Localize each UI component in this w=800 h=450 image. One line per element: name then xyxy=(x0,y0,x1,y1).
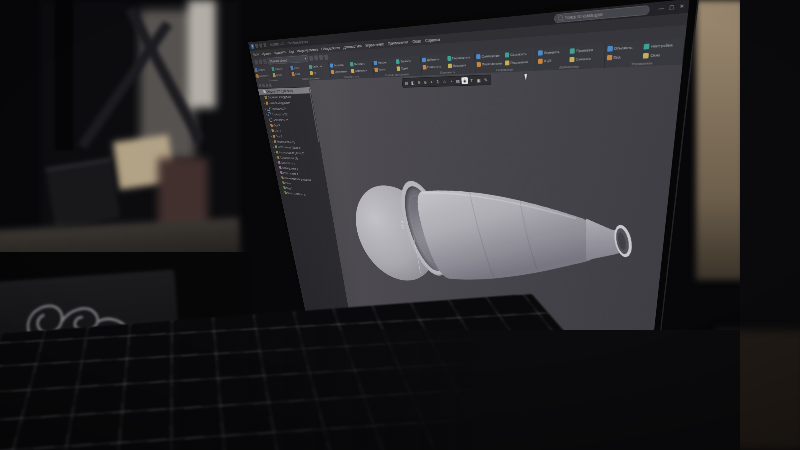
menu-item[interactable]: Моделирование xyxy=(296,47,318,53)
ribbon-icon xyxy=(423,65,427,70)
tree-collapse-icon[interactable] xyxy=(262,84,265,87)
ribbon-icon xyxy=(397,66,401,71)
app-logo-icon: K xyxy=(250,44,254,49)
ribbon-icon xyxy=(447,56,451,61)
save-doc-icon[interactable] xyxy=(263,43,266,47)
ribbon-icon xyxy=(607,54,613,60)
ribbon-icon xyxy=(505,60,509,65)
ribbon-panel: Массив Зеркало Копия Сдвиг Массив, копир… xyxy=(372,56,422,78)
ribbon-icon xyxy=(476,54,480,59)
view-toolbar: ▤◧⊕⊖+↻⌂◔▦◈T▣✎ xyxy=(402,74,492,87)
menu-item[interactable]: Правка xyxy=(262,51,271,56)
ribbon-icon xyxy=(538,58,543,63)
menu-item[interactable]: Вид xyxy=(288,49,294,54)
tree-settings-icon[interactable] xyxy=(269,84,272,87)
ribbon-icon xyxy=(505,52,509,57)
view-tool-icon[interactable]: ▣ xyxy=(475,77,482,84)
part-nacelle-body[interactable] xyxy=(404,144,650,296)
ribbon-panel: Создать Открыть Сохранить Печать Системн… xyxy=(253,64,292,83)
ribbon-icon xyxy=(644,43,650,49)
undo-icon[interactable] xyxy=(254,60,258,65)
ribbon-panel: Обновить Настройка Вид Окно Управление xyxy=(604,38,685,67)
ribbon-icon xyxy=(607,46,613,52)
minimize-button[interactable]: — xyxy=(658,5,664,12)
ribbon-icon xyxy=(538,50,543,55)
ribbon-panel: Измерить Проверка МЦХ Сечение Диагностик… xyxy=(536,44,606,71)
view-tool-icon[interactable]: ▦ xyxy=(455,77,462,84)
refresh-icon[interactable] xyxy=(263,59,267,64)
view-tool-icon[interactable]: ↻ xyxy=(435,78,442,85)
menu-item[interactable]: Окно xyxy=(412,38,421,44)
menu-item[interactable]: Управление xyxy=(365,41,384,47)
menu-item[interactable]: Файл xyxy=(253,52,260,57)
ribbon-panel: Совпадение Соосность Параллельно Расстоя… xyxy=(475,48,536,73)
ribbon-icon xyxy=(396,59,400,64)
close-button[interactable]: ✕ xyxy=(679,3,684,10)
ribbon-panel: Добавить Переместить Повернуть Фиксация … xyxy=(420,52,475,76)
chevron-down-icon: ▾ xyxy=(305,57,307,61)
ribbon-icon xyxy=(477,62,481,67)
mouse-cursor xyxy=(524,73,530,81)
ribbon-icon xyxy=(448,63,452,68)
ribbon-icon xyxy=(643,52,649,58)
ortho-icon[interactable] xyxy=(319,55,323,60)
view-tool-icon[interactable]: ◔ xyxy=(448,78,455,85)
ribbon-icon xyxy=(570,48,575,54)
background-wall-right xyxy=(696,0,744,280)
open-doc-icon[interactable] xyxy=(259,44,262,48)
tree-search-icon[interactable] xyxy=(265,84,268,87)
ribbon-icon xyxy=(570,56,575,61)
ribbon-icon xyxy=(422,57,426,62)
dimension-label[interactable]: 93,4 xyxy=(400,220,404,229)
background-rack-post xyxy=(55,0,73,150)
new-doc-icon[interactable] xyxy=(255,44,258,48)
ribbon-panel: Выдавить Вырезать Скругление Отверстие Э… xyxy=(328,59,374,80)
menu-item[interactable]: Выделить xyxy=(273,50,286,55)
window-controls: — ▢ ✕ xyxy=(658,3,684,11)
menu-item[interactable]: Справка xyxy=(425,36,440,42)
snap-icon[interactable] xyxy=(314,55,318,60)
view-tool-icon[interactable]: ✎ xyxy=(482,76,489,83)
grid-icon[interactable] xyxy=(309,56,313,61)
menu-item[interactable]: Диагностика xyxy=(343,43,362,49)
background-device xyxy=(46,158,121,228)
layers-icon[interactable] xyxy=(324,55,328,60)
redo-icon[interactable] xyxy=(259,59,263,64)
laptop-palmrest xyxy=(180,330,740,450)
tree-filter-icon[interactable] xyxy=(259,84,262,87)
maximize-button[interactable]: ▢ xyxy=(669,4,675,11)
view-tool-icon[interactable]: ⌂ xyxy=(441,78,448,85)
background-wall-light-strip xyxy=(188,0,216,108)
view-tool-icon[interactable]: T xyxy=(468,77,475,84)
view-tool-icon[interactable]: ◈ xyxy=(461,77,468,84)
ribbon-panel: Эскиз Свойства Слои СК Текущее состояние xyxy=(289,62,331,82)
menu-item[interactable]: Приложения xyxy=(387,39,408,46)
menu-item[interactable]: Оформление xyxy=(321,45,340,51)
search-icon xyxy=(558,15,563,21)
